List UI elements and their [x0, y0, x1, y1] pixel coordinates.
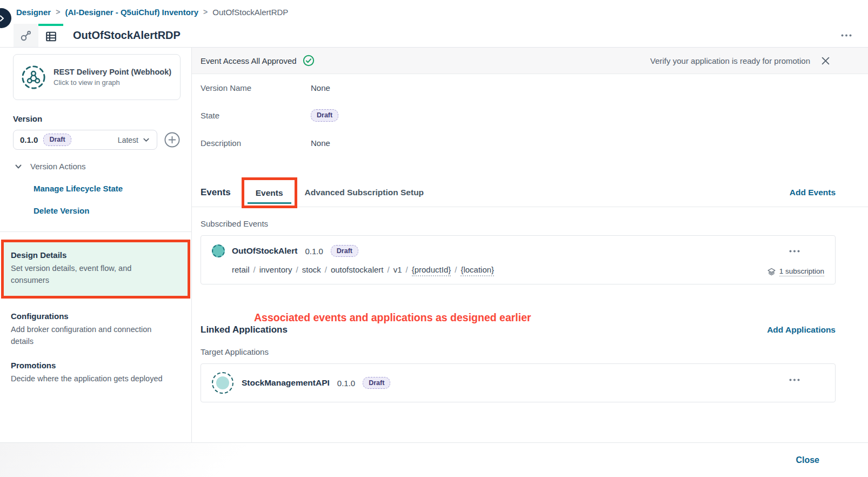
- manage-lifecycle-state-link[interactable]: Manage Lifecycle State: [34, 184, 181, 193]
- linked-applications-header: Linked Applications Add Applications: [192, 324, 868, 335]
- tab-events[interactable]: Events: [256, 188, 283, 198]
- active-tab-underline: [248, 202, 291, 204]
- subscribed-events-label: Subscribed Events: [201, 219, 868, 228]
- layers-icon: [767, 267, 776, 276]
- breadcrumb: Designer > (AI-Designer - Q5uiChuf) Inve…: [0, 0, 868, 24]
- application-menu-button[interactable]: [789, 379, 800, 381]
- chevron-down-icon: [142, 136, 150, 144]
- promotion-banner: Verify your application is ready for pro…: [650, 56, 830, 65]
- topic-separator: /: [455, 265, 457, 274]
- application-icon-fill: [216, 376, 229, 389]
- delete-version-link[interactable]: Delete Version: [34, 206, 181, 215]
- nav-desc: Decide where the application gets deploy…: [11, 373, 181, 385]
- tab-graph-view[interactable]: [14, 24, 38, 47]
- annotation-box-events-tab: Events: [242, 177, 297, 208]
- nav-title: Design Details: [11, 250, 181, 260]
- detail-row-description: Description None: [201, 129, 868, 157]
- add-applications-link[interactable]: Add Applications: [767, 325, 836, 335]
- tab-table-view[interactable]: [38, 24, 63, 47]
- detail-label: Description: [201, 138, 311, 148]
- event-version: 0.1.0: [305, 247, 323, 256]
- annotation-text: Associated events and applications as de…: [254, 312, 868, 324]
- linked-applications-heading: Linked Applications: [201, 324, 288, 335]
- add-events-link[interactable]: Add Events: [790, 188, 836, 197]
- close-icon: [821, 56, 830, 65]
- target-application-card[interactable]: StockManagementAPI 0.1.0 Draft: [201, 363, 836, 402]
- tab-advanced-subscription-setup[interactable]: Advanced Subscription Setup: [305, 188, 424, 197]
- ellipsis-icon: [789, 250, 800, 253]
- version-actions-toggle[interactable]: Version Actions: [14, 162, 181, 171]
- detail-label: Version Name: [201, 83, 311, 92]
- main-content: Event Access All Approved Verify your ap…: [192, 48, 868, 442]
- page-title: OutOfStockAlertRDP: [73, 29, 181, 42]
- nav-title: Promotions: [11, 361, 181, 370]
- event-topic: retail/inventory/stock/outofstockalert/v…: [212, 265, 824, 274]
- sidebar: REST Delivery Point (Webhook) Click to v…: [0, 48, 192, 442]
- status-strip: Event Access All Approved Verify your ap…: [192, 48, 868, 74]
- footer-bar: Close: [0, 442, 868, 477]
- dismiss-banner-button[interactable]: [821, 56, 830, 65]
- sidebar-item-configurations[interactable]: Configurations Add broker configuration …: [11, 312, 181, 348]
- application-version: 0.1.0: [337, 379, 355, 388]
- breadcrumb-inventory[interactable]: (AI-Designer - Q5uiChuf) Inventory: [65, 8, 198, 17]
- object-type-title: REST Delivery Point (Webhook): [54, 68, 171, 76]
- object-type-subtitle: Click to view in graph: [54, 78, 171, 87]
- promotion-message: Verify your application is ready for pro…: [650, 56, 810, 65]
- topic-segment: stock: [302, 265, 321, 274]
- application-icon: [212, 372, 233, 394]
- version-row: 0.1.0 Draft Latest: [13, 130, 181, 150]
- sidebar-item-design-details[interactable]: Design Details Set version details, even…: [1, 240, 190, 299]
- ellipsis-icon: [789, 379, 800, 381]
- nav-title: Configurations: [11, 312, 181, 321]
- nav-desc: Add broker configuration and connection …: [11, 323, 171, 348]
- subscribed-event-card[interactable]: OutOfStockAlert 0.1.0 Draft retail/inven…: [201, 235, 836, 284]
- plus-circle-icon: [164, 131, 181, 148]
- sidebar-item-promotions[interactable]: Promotions Decide where the application …: [11, 361, 181, 385]
- close-button[interactable]: Close: [796, 455, 819, 465]
- version-select[interactable]: 0.1.0 Draft Latest: [13, 130, 157, 150]
- chevron-down-icon: [14, 162, 23, 171]
- topic-param-location: {location}: [460, 265, 494, 276]
- sidebar-divider: [0, 231, 191, 232]
- topic-separator: /: [387, 265, 389, 274]
- chevron-right-icon: [0, 15, 5, 22]
- breadcrumb-current: OutOfStockAlertRDP: [212, 8, 288, 17]
- application-name: StockManagementAPI: [242, 378, 330, 388]
- graph-view-icon: [19, 29, 32, 42]
- event-name: OutOfStockAlert: [232, 246, 297, 256]
- event-access-status: Event Access All Approved: [201, 56, 297, 65]
- detail-row-state: State Draft: [201, 102, 868, 129]
- application-state-badge: Draft: [363, 377, 390, 389]
- state-badge: Draft: [311, 109, 338, 122]
- ellipsis-icon: [841, 34, 852, 37]
- topic-param-productid: {productId}: [412, 265, 451, 276]
- detail-value: None: [311, 83, 330, 92]
- version-latest-tag: Latest: [118, 136, 150, 144]
- webhook-icon: [21, 65, 46, 90]
- topic-segment: retail: [232, 265, 250, 274]
- version-section-label: Version: [13, 114, 181, 123]
- check-circle-icon: [303, 55, 315, 67]
- topic-segment: outofstockalert: [331, 265, 384, 274]
- detail-label: State: [201, 111, 311, 120]
- detail-value: None: [311, 138, 330, 148]
- event-state-badge: Draft: [331, 245, 358, 257]
- event-card-header: OutOfStockAlert 0.1.0 Draft: [212, 244, 824, 257]
- table-view-icon: [44, 30, 58, 43]
- object-type-text: REST Delivery Point (Webhook) Click to v…: [54, 68, 171, 87]
- nav-desc: Set version details, event flow, and con…: [11, 262, 158, 287]
- target-applications-label: Target Applications: [201, 347, 868, 356]
- subscription-count-link[interactable]: 1 subscription: [767, 267, 824, 276]
- object-type-card[interactable]: REST Delivery Point (Webhook) Click to v…: [13, 54, 181, 100]
- breadcrumb-separator: >: [198, 8, 212, 16]
- title-bar: OutOfStockAlertRDP: [0, 24, 868, 48]
- breadcrumb-separator: >: [51, 8, 65, 16]
- breadcrumb-designer[interactable]: Designer: [16, 8, 51, 17]
- detail-row-version-name: Version Name None: [201, 74, 868, 102]
- page-menu-button[interactable]: [841, 34, 852, 37]
- events-section-header: Events Events Advanced Subscription Setu…: [192, 178, 868, 207]
- subscription-count: 1 subscription: [779, 267, 824, 276]
- add-version-button[interactable]: [164, 131, 181, 148]
- event-menu-button[interactable]: [789, 250, 800, 253]
- version-latest-label: Latest: [118, 136, 138, 144]
